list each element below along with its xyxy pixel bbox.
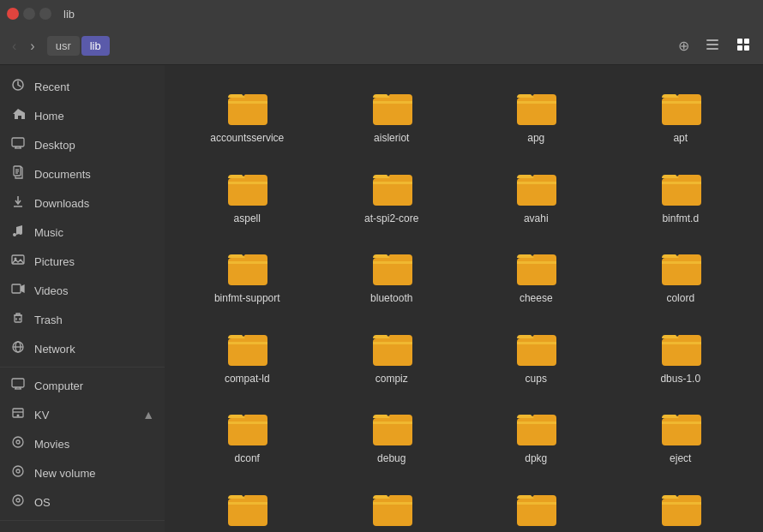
file-item[interactable]: dbus-1.0 (612, 320, 750, 393)
file-item[interactable]: avahi (467, 159, 605, 233)
file-item[interactable]: aspell (178, 159, 316, 233)
sidebar-item-pictures-label: Pictures (34, 255, 75, 268)
file-item[interactable]: compat-ld (178, 320, 316, 393)
sidebar-item-home[interactable]: Home (0, 101, 165, 130)
forward-button[interactable]: › (25, 35, 39, 57)
file-item[interactable]: emacsen-common (178, 480, 316, 532)
sidebar-item-new-volume[interactable]: New volume (0, 458, 165, 487)
file-item[interactable]: cheese (467, 239, 605, 313)
svg-rect-66 (228, 502, 267, 505)
folder-icon (369, 330, 414, 368)
grid-view-button[interactable] (730, 33, 756, 59)
file-label: binfmt-support (214, 292, 280, 306)
svg-rect-54 (228, 261, 267, 264)
sidebar-item-videos-label: Videos (34, 284, 69, 297)
svg-rect-60 (517, 342, 556, 344)
sidebar-item-recent[interactable]: Recent (0, 72, 165, 101)
downloads-icon (10, 194, 26, 212)
svg-rect-67 (373, 502, 412, 505)
breadcrumb-usr[interactable]: usr (47, 36, 80, 56)
svg-rect-48 (517, 101, 556, 104)
close-button[interactable] (7, 8, 19, 20)
sidebar-item-documents[interactable]: Documents (0, 159, 165, 188)
list-view-button[interactable] (700, 33, 725, 59)
folder-icon (514, 409, 558, 447)
breadcrumb-lib[interactable]: lib (81, 36, 110, 56)
file-item[interactable]: evolution (612, 480, 750, 532)
sidebar-item-trash[interactable]: Trash (0, 305, 165, 334)
file-label: dconf (235, 452, 260, 466)
svg-rect-0 (706, 39, 718, 41)
sidebar-item-downloads[interactable]: Downloads (0, 188, 165, 218)
svg-rect-4 (744, 39, 749, 44)
sidebar-item-trash-label: Trash (34, 314, 63, 326)
svg-rect-46 (228, 101, 267, 104)
file-item[interactable]: evince (467, 480, 605, 532)
sidebar-item-pictures[interactable]: Pictures (0, 247, 165, 276)
file-label: aspell (234, 212, 261, 226)
list-icon (705, 40, 720, 55)
sidebar-item-connect[interactable]: Connect to Server (0, 524, 165, 532)
file-item[interactable]: eog (323, 480, 461, 532)
file-label: cheese (520, 292, 553, 306)
file-item[interactable]: debug (323, 399, 461, 473)
svg-point-39 (16, 469, 20, 473)
trash-icon (10, 311, 26, 328)
eject-icon[interactable]: ▲ (142, 408, 154, 421)
svg-point-37 (16, 440, 20, 444)
svg-rect-57 (662, 261, 701, 264)
sidebar-item-movies[interactable]: Movies (0, 429, 165, 458)
sidebar-item-desktop[interactable]: Desktop (0, 130, 165, 159)
sidebar-item-computer[interactable]: Computer (0, 371, 165, 400)
svg-point-19 (19, 231, 22, 235)
back-button[interactable]: ‹ (7, 35, 21, 57)
svg-rect-3 (737, 39, 742, 44)
svg-rect-47 (373, 101, 412, 104)
file-item[interactable]: binfmt-support (178, 239, 316, 313)
sidebar-item-os[interactable]: OS (0, 487, 165, 517)
file-item[interactable]: dconf (178, 399, 316, 473)
folder-icon (369, 490, 414, 528)
file-item[interactable]: aisleriot (323, 79, 461, 152)
sidebar-item-kv[interactable]: KV ▲ (0, 400, 165, 429)
maximize-button[interactable] (39, 8, 51, 20)
sidebar-item-videos[interactable]: Videos (0, 276, 165, 305)
folder-icon (658, 170, 703, 207)
sidebar-divider-2 (0, 520, 165, 521)
file-item[interactable]: colord (612, 239, 750, 313)
grid-icon (736, 40, 751, 55)
file-item[interactable]: accountsservice (178, 79, 316, 152)
sidebar-item-network[interactable]: Network (0, 334, 165, 363)
file-item[interactable]: at-spi2-core (323, 159, 461, 233)
svg-point-38 (13, 466, 23, 476)
svg-point-40 (13, 495, 23, 505)
svg-rect-5 (737, 45, 742, 51)
file-area: accountsservice aisleriot apg (165, 65, 763, 532)
folder-icon (658, 249, 703, 287)
file-item[interactable]: bluetooth (323, 239, 461, 313)
window-controls (7, 8, 51, 20)
svg-rect-8 (12, 138, 24, 146)
file-item[interactable]: eject (612, 399, 750, 473)
file-item[interactable]: dpkg (467, 399, 605, 473)
svg-point-41 (16, 499, 20, 502)
sidebar-item-music[interactable]: Music (0, 218, 165, 247)
location-toggle-button[interactable]: ⊕ (673, 34, 694, 57)
svg-rect-56 (517, 261, 556, 264)
svg-rect-63 (373, 421, 412, 424)
sidebar-item-home-label: Home (34, 110, 64, 123)
file-label: colord (666, 292, 694, 306)
file-label: debug (377, 452, 406, 466)
svg-rect-69 (662, 502, 701, 505)
folder-icon (225, 490, 269, 528)
file-item[interactable]: binfmt.d (612, 159, 750, 233)
svg-rect-53 (662, 182, 701, 184)
file-item[interactable]: compiz (323, 320, 461, 393)
file-item[interactable]: apt (612, 79, 750, 152)
file-item[interactable]: apg (467, 79, 605, 152)
forward-icon: › (30, 39, 34, 54)
file-label: aisleriot (374, 132, 409, 146)
file-item[interactable]: cups (467, 320, 605, 393)
svg-rect-50 (228, 182, 267, 184)
minimize-button[interactable] (23, 8, 35, 20)
